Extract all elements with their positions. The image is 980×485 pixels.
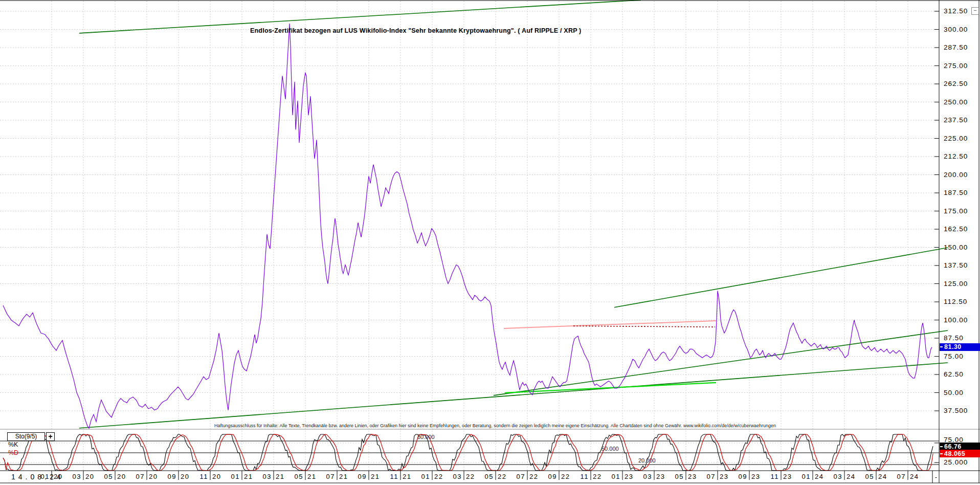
- x-axis-tick-month: 07: [505, 473, 525, 480]
- x-axis-tick-month: 09: [156, 473, 176, 480]
- x-axis-tick-year: 24: [910, 473, 919, 480]
- y-axis-label: 187.50: [944, 189, 968, 196]
- x-axis-tick-month: 11: [568, 473, 589, 480]
- chart-window: Endlos-Zertifikat bezogen auf LUS Wikifo…: [0, 0, 980, 485]
- x-axis-tick-month: 01: [219, 473, 240, 480]
- chart-canvas: [0, 0, 980, 485]
- x-axis-tick-month: 09: [346, 473, 367, 480]
- x-axis-tick-month: 11: [378, 473, 398, 480]
- stoch-level-20-label: 20.000: [638, 457, 656, 464]
- chart-title: Endlos-Zertifikat bezogen auf LUS Wikifo…: [250, 27, 581, 34]
- stoch-axis-label-25: 25.000: [944, 458, 968, 466]
- y-axis-label: 275.00: [944, 62, 968, 70]
- current-price-value: 81.30: [944, 343, 962, 350]
- stoch-d-value: 48.065: [944, 450, 965, 457]
- indicator-label-button[interactable]: Sto(9/5): [7, 432, 45, 441]
- x-axis-tick-month: 05: [93, 473, 113, 480]
- y-axis-label: 125.00: [944, 280, 968, 288]
- y-axis-label: 162.50: [944, 225, 968, 233]
- x-axis-tick-month: 07: [124, 473, 145, 480]
- y-axis-label: 212.50: [944, 152, 968, 160]
- zoom-out-button[interactable]: -: [933, 473, 939, 481]
- x-axis-tick-month: 05: [663, 473, 684, 480]
- x-axis-tick-month: 03: [441, 473, 462, 480]
- y-axis-label: 262.50: [944, 80, 968, 87]
- y-axis-label: 100.00: [944, 316, 968, 324]
- stoch-k-value: 66.76: [944, 443, 962, 450]
- x-axis-tick-month: 01: [600, 473, 620, 480]
- x-axis-tick-month: 07: [695, 473, 716, 480]
- x-axis-tick-month: 03: [822, 473, 842, 480]
- y-axis-label: 150.00: [944, 244, 968, 251]
- disclaimer-text: Haftungsausschluss für Inhalte: Alle Tex…: [214, 423, 776, 428]
- stoch-k-value-tag: 66.76: [940, 443, 980, 450]
- y-axis-label: 112.50: [944, 298, 967, 305]
- y-axis-label: 225.00: [944, 135, 968, 142]
- collapse-panel-button[interactable]: −: [971, 7, 979, 15]
- stoch-level-50-label: 50.000: [602, 446, 619, 452]
- stoch-k-label: %K: [8, 441, 18, 448]
- y-axis-label: 87.50: [944, 334, 964, 342]
- y-axis-label: 237.50: [944, 116, 968, 124]
- x-axis-tick-month: 03: [632, 473, 652, 480]
- x-axis-tick-month: 03: [251, 473, 272, 480]
- y-axis-label: 62.50: [944, 370, 964, 378]
- y-axis-label: 50.00: [944, 389, 964, 396]
- x-axis-tick-month: 11: [759, 473, 779, 480]
- x-axis-tick-month: 11: [188, 473, 208, 480]
- x-axis-tick-month: 05: [473, 473, 494, 480]
- tick-mark: [940, 453, 943, 454]
- y-axis-label: 250.00: [944, 98, 968, 106]
- add-indicator-button[interactable]: +: [46, 432, 55, 441]
- y-axis-label: 200.00: [944, 171, 968, 179]
- y-axis-label: 175.00: [944, 207, 968, 215]
- stoch-d-label: %D: [8, 449, 18, 456]
- x-axis-tick-month: 07: [885, 473, 906, 480]
- tick-mark: [940, 446, 943, 447]
- y-axis-label: 75.00: [944, 352, 964, 360]
- x-axis-tick-month: 01: [29, 473, 50, 480]
- stoch-level-80-label: 80.000: [417, 434, 435, 440]
- x-axis-tick-month: 01: [410, 473, 430, 480]
- y-axis-label: 300.00: [944, 26, 968, 33]
- x-axis-tick-month: 03: [61, 473, 81, 480]
- y-axis-label: 312.50: [944, 7, 968, 15]
- y-axis-label: 287.50: [944, 43, 968, 51]
- y-axis-label: 37.500: [944, 407, 968, 414]
- x-axis-tick-month: 09: [727, 473, 747, 480]
- x-axis-tick-month: 05: [854, 473, 874, 480]
- current-price-tag: 81.30: [940, 343, 980, 351]
- tick-mark: [940, 346, 943, 347]
- y-axis-label: 137.50: [944, 261, 968, 269]
- x-axis-tick-month: 07: [315, 473, 335, 480]
- stoch-d-value-tag: 48.065: [940, 450, 980, 457]
- x-axis-tick-month: 01: [790, 473, 811, 480]
- x-axis-tick-month: 09: [537, 473, 557, 480]
- x-axis-tick-month: 05: [283, 473, 303, 480]
